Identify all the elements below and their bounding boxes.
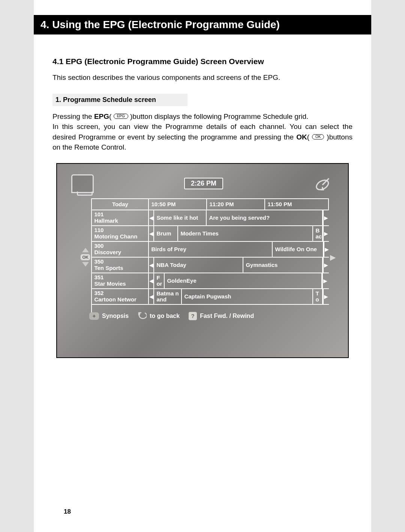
nav-left-controls: OK: [80, 198, 90, 316]
ok-button-icon: OK: [312, 134, 324, 139]
footer-back[interactable]: to go back: [138, 312, 180, 321]
page-number: 18: [64, 508, 71, 516]
arrow-right-outer-icon[interactable]: ▶: [329, 198, 337, 316]
footer-ffwd-label: Fast Fwd. / Rewind: [200, 313, 254, 319]
section-title: 4.1 EPG (Electronic Programme Guide) Scr…: [52, 57, 352, 66]
ok-label: OK: [296, 133, 307, 141]
programme-cell[interactable]: Batma n and: [154, 289, 182, 304]
grid-row: 350Ten Sports◀NBA TodayGymnastics▶: [92, 258, 329, 273]
channel-cell[interactable]: 300Discovery: [92, 242, 149, 257]
text: (: [307, 133, 312, 141]
intro-paragraph: This section describes the various compo…: [52, 73, 352, 82]
text: (: [109, 112, 114, 120]
programme-area: ◀Some like it hotAre you being served?▶: [149, 210, 329, 225]
channel-cell[interactable]: 101Hallmark: [92, 210, 149, 225]
channel-cell[interactable]: 351Star Movies: [92, 273, 149, 288]
arrow-up-icon[interactable]: [82, 248, 89, 252]
programme-cell[interactable]: Are you being served?: [207, 210, 323, 225]
grid-row: 351Star Movies◀F orGoldenEye▶: [92, 273, 329, 289]
current-time: 2:26 PM: [184, 178, 223, 189]
header-time-2: 11:20 PM: [207, 199, 265, 210]
programme-cell[interactable]: NBA Today: [154, 258, 243, 273]
programme-cell[interactable]: Captain Pugwash: [182, 289, 313, 304]
arrow-left-icon[interactable]: ◀: [149, 210, 154, 225]
header-today: Today: [92, 199, 149, 210]
epg-label: EPG: [94, 112, 109, 120]
body-paragraph: Pressing the EPG( EPG )button displays t…: [52, 111, 352, 153]
ok-button[interactable]: OK: [80, 254, 90, 261]
grid-row: 101Hallmark◀Some like it hotAre you bein…: [92, 210, 329, 226]
question-icon: ?: [189, 312, 197, 320]
programme-cell[interactable]: Wildlife On One: [273, 242, 324, 257]
epg-button-icon: EPG: [114, 114, 128, 119]
programme-cell[interactable]: F or: [154, 273, 165, 288]
programme-area: ◀NBA TodayGymnastics▶: [149, 258, 329, 273]
chapter-title: 4. Using the EPG (Electronic Programme G…: [34, 15, 371, 34]
programme-cell[interactable]: B ac: [313, 226, 323, 241]
programme-cell[interactable]: Some like it hot: [154, 210, 207, 225]
arrow-right-icon[interactable]: ▶: [322, 273, 327, 288]
programme-cell[interactable]: T o: [313, 289, 323, 304]
grid-row: 110Motoring Chann◀BrumModern TimesB ac▶: [92, 226, 329, 242]
footer-back-label: to go back: [150, 313, 180, 319]
programme-area: Birds of PreyWildlife On One▶: [149, 242, 329, 257]
programme-area: ◀Batma n andCaptain PugwashT o▶: [149, 289, 329, 304]
channel-cell[interactable]: 110Motoring Chann: [92, 226, 149, 241]
programme-cell[interactable]: Birds of Prey: [149, 242, 273, 257]
plus-icon: +: [89, 312, 99, 320]
programme-area: ◀BrumModern TimesB ac▶: [149, 226, 329, 241]
grid-row: 352Cartoon Networ◀Batma n andCaptain Pug…: [92, 289, 329, 305]
grid-row: 300DiscoveryBirds of PreyWildlife On One…: [92, 242, 329, 258]
programme-grid: Today 10:50 PM 11:20 PM 11:50 PM 101Hall…: [91, 198, 329, 316]
text: Pressing the: [52, 112, 94, 120]
programme-cell[interactable]: GoldenEye: [165, 273, 322, 288]
tv-icon: [71, 174, 94, 193]
text: )button displays the following Programme…: [128, 112, 309, 120]
arrow-right-icon[interactable]: ▶: [323, 210, 328, 225]
arrow-left-icon[interactable]: ◀: [149, 273, 154, 288]
programme-cell[interactable]: Brum: [154, 226, 178, 241]
sub-heading: 1. Programme Schedule screen: [52, 94, 188, 106]
arrow-right-icon[interactable]: ▶: [324, 242, 329, 257]
programme-cell[interactable]: Gymnastics: [243, 258, 323, 273]
screenshot-footer: + Synopsis to go back ? Fast Fwd. / Rewi…: [89, 312, 339, 321]
header-time-3: 11:50 PM: [265, 199, 329, 210]
arrow-right-icon[interactable]: ▶: [323, 289, 328, 304]
programme-area: ◀F orGoldenEye▶: [149, 273, 329, 288]
arrow-left-icon[interactable]: ◀: [149, 258, 154, 273]
back-icon: [138, 312, 147, 321]
programme-cell[interactable]: Modern Times: [178, 226, 313, 241]
epg-screenshot: 2:26 PM OK Today 10:50 PM: [56, 163, 349, 358]
channel-cell[interactable]: 350Ten Sports: [92, 258, 149, 273]
footer-synopsis[interactable]: + Synopsis: [89, 312, 129, 320]
arrow-left-icon[interactable]: ◀: [149, 289, 154, 304]
arrow-down-icon[interactable]: [82, 262, 89, 267]
header-time-1: 10:50 PM: [149, 199, 207, 210]
channel-cell[interactable]: 352Cartoon Networ: [92, 289, 149, 304]
arrow-left-icon[interactable]: ◀: [149, 226, 154, 241]
arrow-right-icon[interactable]: ▶: [323, 258, 328, 273]
satellite-dish-icon: [314, 174, 334, 194]
footer-synopsis-label: Synopsis: [102, 313, 129, 319]
footer-ffwd[interactable]: ? Fast Fwd. / Rewind: [189, 312, 254, 320]
arrow-right-icon[interactable]: ▶: [323, 226, 328, 241]
